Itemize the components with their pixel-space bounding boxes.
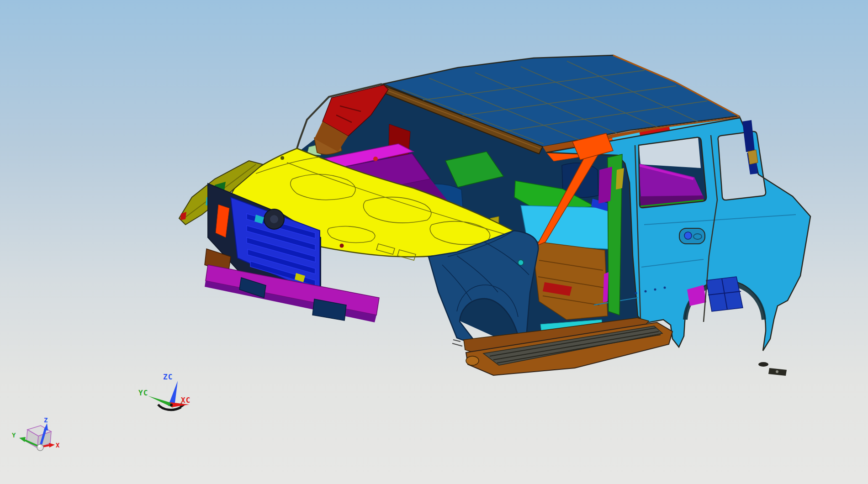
- wcs-x-label: XC: [181, 396, 191, 405]
- car-body-model[interactable]: [179, 55, 810, 376]
- wcs-y-label: YC: [138, 389, 148, 397]
- abs-x-label: X: [56, 442, 60, 449]
- b-pillar-trim-purple: [598, 167, 612, 204]
- wcs-z-axis[interactable]: [168, 381, 178, 406]
- cad-viewport[interactable]: ZC YC XC Z Y X: [0, 0, 868, 484]
- abs-origin-sphere: [37, 444, 43, 451]
- wcs-triad[interactable]: ZC YC XC: [138, 373, 191, 410]
- model-canvas[interactable]: ZC YC XC Z Y X: [0, 0, 868, 484]
- loose-parts[interactable]: [758, 362, 787, 376]
- abs-y-label: Y: [12, 431, 16, 439]
- loose-part-small: [758, 362, 768, 367]
- abs-z-label: Z: [44, 416, 48, 424]
- abs-triad[interactable]: Z Y X: [12, 416, 60, 451]
- wcs-z-label: ZC: [163, 373, 173, 381]
